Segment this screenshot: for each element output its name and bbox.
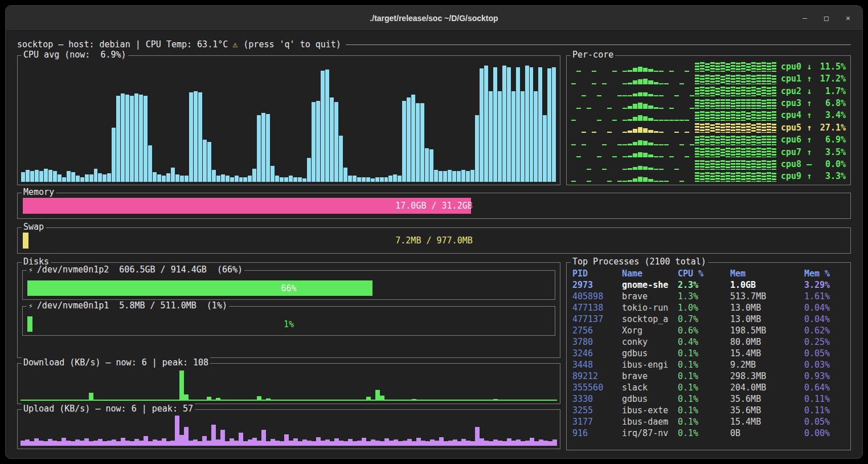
- process-row[interactable]: 916irq/87-nv0.1%0B0.00%: [572, 428, 847, 439]
- process-cell: 3177: [572, 417, 622, 427]
- chart-bar: [98, 400, 103, 401]
- process-row[interactable]: 3246gdbus0.1%15.4MB0.05%: [572, 348, 847, 359]
- process-row[interactable]: 3330gdbus0.1%35.6MB0.11%: [572, 393, 847, 405]
- maximize-button[interactable]: □: [820, 12, 833, 25]
- chart-bar: [643, 177, 648, 182]
- chart-bar: [685, 132, 689, 133]
- chart-bar: [761, 62, 766, 72]
- process-row[interactable]: 3177ibus-daem0.1%15.4MB0.05%: [572, 416, 847, 428]
- core-row[interactable]: cpu6 ↑6.9%: [571, 133, 846, 145]
- chart-bar: [700, 148, 705, 157]
- chart-bar: [67, 171, 71, 182]
- chart-bar: [388, 176, 392, 182]
- chart-bar: [275, 176, 279, 182]
- chart-bar: [103, 400, 107, 401]
- core-row[interactable]: cpu0 ↓11.5%: [571, 60, 846, 72]
- chart-bar: [202, 436, 207, 446]
- chart-bar: [112, 400, 116, 401]
- core-row[interactable]: cpu9 ↑3.3%: [571, 170, 846, 182]
- chart-bar: [307, 441, 312, 446]
- chart-bar: [772, 148, 776, 157]
- chart-bar: [348, 400, 353, 401]
- chart-bar: [211, 400, 216, 401]
- core-percent: 17.2%: [820, 74, 846, 84]
- core-history-chart: [571, 99, 776, 109]
- process-row[interactable]: 477137socktop_a0.7%13.0MB0.04%: [572, 314, 847, 325]
- chart-bar: [53, 171, 57, 182]
- process-cell: conky: [622, 337, 678, 347]
- chart-bar: [731, 148, 735, 157]
- core-row[interactable]: cpu3 ↑6.8%: [571, 97, 846, 109]
- core-row[interactable]: cpu2 ↓1.7%: [571, 85, 846, 97]
- window-title: ./target/release/soc ~/D/G/socktop: [370, 14, 498, 23]
- process-row[interactable]: 3780conky0.4%80.0MB0.25%: [572, 336, 847, 348]
- chart-bar: [21, 441, 25, 446]
- process-row[interactable]: 89212brave0.1%298.3MB0.93%: [572, 371, 847, 382]
- process-row[interactable]: 2756Xorg0.6%198.5MB0.62%: [572, 325, 847, 336]
- chart-bar: [261, 113, 265, 182]
- window-controls: – □ ✕: [799, 6, 854, 30]
- chart-bar: [166, 441, 171, 446]
- process-row[interactable]: 355560slack0.1%204.0MB0.64%: [572, 382, 847, 393]
- process-cell: 0.64%: [804, 382, 847, 393]
- chart-bar: [659, 83, 664, 84]
- processes-title: Top Processes (2100 total): [571, 257, 708, 267]
- chart-bar: [664, 181, 669, 182]
- process-row[interactable]: 477138tokio-run1.0%13.0MB0.04%: [572, 302, 847, 314]
- chart-bar: [89, 393, 93, 401]
- chart-bar: [736, 87, 740, 96]
- chart-bar: [330, 441, 334, 446]
- process-row[interactable]: 3255ibus-exte0.1%35.6MB0.11%: [572, 405, 847, 416]
- download-title: Download (KB/s) — now: 6 | peak: 108: [22, 357, 210, 368]
- process-row[interactable]: 405898brave1.3%513.7MB1.61%: [572, 291, 847, 302]
- chart-bar: [230, 400, 234, 401]
- chart-bar: [84, 400, 89, 401]
- chart-bar: [669, 120, 674, 121]
- chart-bar: [576, 156, 581, 157]
- chart-bar: [710, 160, 715, 170]
- chart-bar: [226, 176, 230, 182]
- process-cell: 355560: [572, 382, 622, 393]
- chart-bar: [659, 156, 664, 157]
- minimize-button[interactable]: –: [799, 12, 811, 25]
- chart-bar: [448, 170, 452, 182]
- chart-bar: [330, 97, 334, 182]
- chart-bar: [628, 95, 632, 97]
- process-row[interactable]: 3448ibus-engi0.1%9.2MB0.03%: [572, 359, 847, 371]
- chart-bar: [252, 438, 257, 446]
- chart-bar: [746, 112, 751, 121]
- chart-bar: [93, 441, 98, 446]
- process-cell: 80.0MB: [730, 337, 804, 347]
- chart-bar: [71, 400, 75, 401]
- core-row[interactable]: cpu5 ↑27.1%: [571, 121, 846, 133]
- chart-bar: [493, 399, 498, 401]
- core-row[interactable]: cpu7 ↑3.5%: [571, 146, 846, 158]
- chart-bar: [705, 148, 710, 157]
- chart-bar: [710, 148, 715, 157]
- chart-bar: [525, 400, 530, 401]
- chart-bar: [674, 132, 679, 133]
- chart-bar: [362, 400, 366, 401]
- core-row[interactable]: cpu8 –0.0%: [571, 158, 846, 170]
- chart-bar: [731, 87, 735, 96]
- chart-bar: [153, 172, 157, 182]
- chart-bar: [52, 441, 57, 446]
- chart-bar: [321, 441, 325, 446]
- chart-bar: [772, 99, 776, 108]
- titlebar[interactable]: ./target/release/soc ~/D/G/socktop – □ ✕: [6, 6, 862, 31]
- chart-bar: [179, 371, 184, 401]
- close-button[interactable]: ✕: [842, 12, 854, 25]
- chart-bar: [243, 177, 247, 182]
- chart-bar: [34, 438, 39, 446]
- process-cell: 2.3%: [678, 280, 730, 290]
- status-header: socktop — host: debian | CPU Temp: 63.1°…: [17, 38, 851, 51]
- core-row[interactable]: cpu1 ↑17.2%: [571, 72, 846, 84]
- process-cell: 35.6MB: [730, 405, 804, 416]
- chart-bar: [633, 93, 637, 96]
- process-row[interactable]: 2973gnome-she2.3%1.0GB3.29%: [572, 279, 847, 291]
- process-cell: 298.3MB: [730, 371, 804, 381]
- chart-bar: [516, 67, 520, 182]
- core-row[interactable]: cpu4 ↑3.4%: [571, 109, 846, 121]
- chart-bar: [202, 400, 207, 401]
- chart-bar: [539, 400, 543, 401]
